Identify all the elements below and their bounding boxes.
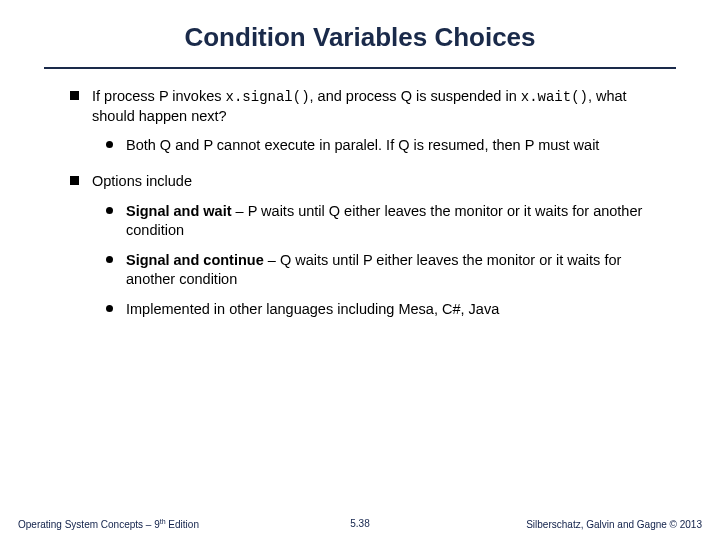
sub-bullet-1: Both Q and P cannot execute in paralel. …: [106, 136, 664, 156]
footer-left: Operating System Concepts – 9th Edition: [18, 518, 199, 530]
bullet-1: If process P invokes x.signal(), and pro…: [70, 87, 664, 126]
sub-bullet-signal-wait: Signal and wait – P waits until Q either…: [106, 202, 664, 241]
footer-right: Silberschatz, Galvin and Gagne © 2013: [526, 519, 702, 530]
text: Edition: [166, 519, 199, 530]
bullet-2: Options include: [70, 172, 664, 192]
text: If process P invokes: [92, 88, 226, 104]
text: , and process Q is suspended in: [310, 88, 521, 104]
sub-bullet-impl: Implemented in other languages including…: [106, 300, 664, 320]
label: Signal and continue: [126, 252, 264, 268]
footer: Operating System Concepts – 9th Edition …: [0, 518, 720, 530]
label: Signal and wait: [126, 203, 232, 219]
code: x.wait(): [521, 89, 588, 105]
code: x.signal(): [226, 89, 310, 105]
text: Operating System Concepts – 9: [18, 519, 160, 530]
slide: Condition Variables Choices If process P…: [0, 0, 720, 540]
sub-bullet-signal-continue: Signal and continue – Q waits until P ei…: [106, 251, 664, 290]
content-area: If process P invokes x.signal(), and pro…: [0, 69, 720, 319]
slide-title: Condition Variables Choices: [0, 0, 720, 63]
footer-center: 5.38: [350, 518, 369, 529]
